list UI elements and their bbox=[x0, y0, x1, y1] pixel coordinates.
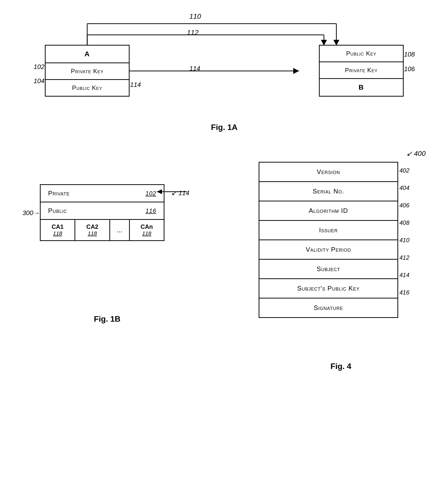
box-1b: Private 102 Public 116 CA1 118 CA2 118 .… bbox=[40, 184, 164, 241]
box-a-title: A bbox=[46, 46, 129, 63]
fig4-diagram: ↙ 400 Version Serial No. Algorithm ID Is… bbox=[254, 154, 428, 373]
box-b-private-key: Private Key bbox=[320, 62, 403, 79]
label-108: 108 bbox=[404, 51, 415, 58]
fig1b-caption: Fig. 1B bbox=[94, 314, 121, 324]
fig4-row-algorithm: Algorithm ID bbox=[259, 201, 397, 221]
fig1a-diagram: 110 112 A Private Key Public Key 102 104… bbox=[20, 10, 429, 134]
box-b-title: B bbox=[320, 79, 403, 96]
box-b-public-key: Public Key bbox=[320, 46, 403, 62]
label-104: 104 bbox=[34, 77, 44, 85]
box-1b-public-row: Public 116 bbox=[41, 202, 164, 220]
box-fig4: Version Serial No. Algorithm ID Issuer V… bbox=[259, 162, 398, 318]
label-102: 102 bbox=[34, 63, 44, 71]
fig4-label-416: 416 bbox=[399, 284, 409, 301]
box-b: Public Key Private Key B bbox=[319, 45, 404, 97]
fig4-caption: Fig. 4 bbox=[330, 362, 351, 371]
fig4-label-408: 408 bbox=[399, 214, 409, 232]
fig1a-caption: Fig. 1A bbox=[211, 123, 238, 132]
box-a-public-key: Public Key bbox=[46, 80, 129, 96]
box-a: A Private Key Public Key bbox=[45, 45, 130, 97]
label-400: ↙ 400 bbox=[406, 149, 426, 158]
box-a-private-key: Private Key bbox=[46, 63, 129, 80]
fig4-row-issuer: Issuer bbox=[259, 221, 397, 240]
box-1b-ca-row: CA1 118 CA2 118 ... CAn 118 bbox=[41, 220, 164, 240]
box-1b-private-label: Private bbox=[48, 189, 70, 197]
fig4-row-subject-pubkey: Subject's Public Key bbox=[259, 279, 397, 298]
fig4-row-validity: Validity Period bbox=[259, 240, 397, 260]
label-114-right: ↙ 114 bbox=[171, 189, 189, 197]
label-106: 106 bbox=[404, 65, 415, 73]
box-1b-public-label: Public bbox=[48, 207, 67, 215]
box-1b-ca1: CA1 118 bbox=[41, 220, 75, 240]
label-300: 300→ bbox=[22, 209, 40, 217]
fig4-row-subject: Subject bbox=[259, 260, 397, 279]
box-1b-dots: ... bbox=[110, 220, 130, 240]
label-114-box: 114 bbox=[130, 81, 141, 89]
fig4-label-412: 412 bbox=[399, 249, 409, 266]
box-1b-public-ref: 116 bbox=[146, 207, 156, 214]
fig4-label-406: 406 bbox=[399, 197, 409, 214]
fig4-row-version: Version bbox=[259, 163, 397, 182]
box-1b-private-row: Private 102 bbox=[41, 185, 164, 202]
box-1b-private-ref: 102 bbox=[146, 190, 156, 197]
fig4-row-signature: Signature bbox=[259, 298, 397, 317]
fig4-label-414: 414 bbox=[399, 266, 409, 284]
fig4-label-402: 402 bbox=[399, 162, 409, 179]
fig4-label-404: 404 bbox=[399, 179, 409, 197]
fig4-label-410: 410 bbox=[399, 232, 409, 249]
label-110: 110 bbox=[189, 12, 201, 20]
fig4-row-serial: Serial No. bbox=[259, 182, 397, 201]
page: 110 112 A Private Key Public Key 102 104… bbox=[0, 0, 448, 477]
svg-marker-9 bbox=[293, 68, 299, 74]
fig1b-diagram: 300→ ↙ 114 Private 102 Public 116 CA1 bbox=[20, 159, 194, 329]
fig4-side-labels: 402 404 406 408 410 412 414 416 bbox=[399, 162, 409, 301]
label-114-arrow: 114 bbox=[189, 65, 200, 72]
label-112: 112 bbox=[187, 29, 199, 37]
box-1b-ca2: CA2 118 bbox=[75, 220, 110, 240]
box-1b-can: CAn 118 bbox=[130, 220, 164, 240]
